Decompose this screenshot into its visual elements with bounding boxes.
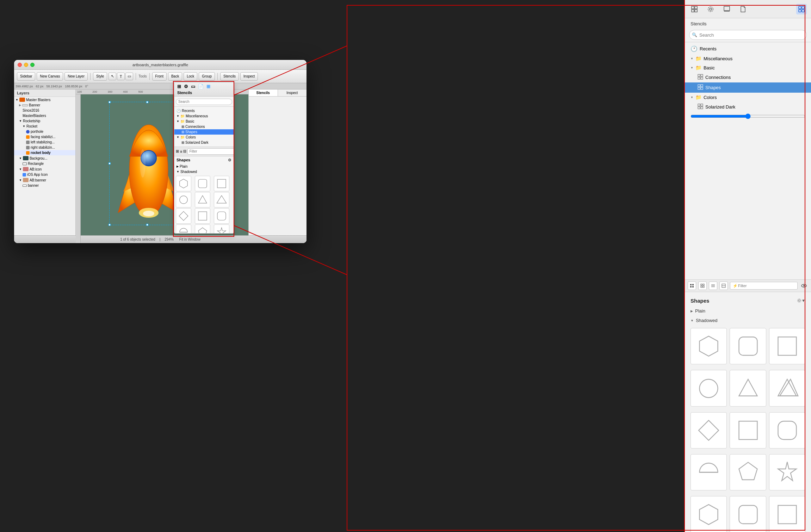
msp-item-colors[interactable]: ▼ 📁 Colors [685, 93, 811, 102]
isp-item-basic[interactable]: ▼ 📁 Basic [174, 119, 234, 124]
layer-porthole[interactable]: porthole [14, 129, 75, 134]
shape-star[interactable] [769, 454, 805, 490]
shape-half-circle[interactable] [691, 454, 727, 490]
filter-view-link[interactable] [719, 282, 728, 290]
shape-circle-1[interactable] [176, 192, 191, 208]
isp-plain-header[interactable]: ▶ Plain [174, 164, 234, 169]
shape-circle[interactable] [691, 370, 727, 406]
minimize-button[interactable] [24, 63, 28, 67]
layer-right-stabilizer[interactable]: right stabilizin... [14, 145, 75, 150]
msp-item-connections[interactable]: Connections [685, 72, 811, 82]
msp-tool-settings[interactable] [705, 4, 716, 14]
layer-banner[interactable]: ▶ Banner [14, 103, 75, 108]
filter-input[interactable] [730, 282, 798, 290]
shape-sharp-rect-2[interactable] [769, 496, 805, 532]
shape-triangle-1[interactable] [195, 192, 210, 208]
isp-tool-grid[interactable]: ⊞ [177, 84, 181, 89]
isp-item-connections[interactable]: ⊞ Connections [174, 124, 234, 129]
isp-search-input[interactable] [176, 99, 232, 105]
shape-sharp-rect-1[interactable] [769, 328, 805, 364]
tool-shape[interactable]: ▭ [125, 73, 133, 80]
isp-item-shapes[interactable]: ⊞ Shapes [174, 129, 234, 135]
shape-square[interactable] [730, 412, 766, 449]
plain-subsection-header[interactable]: ▶ Plain [685, 306, 811, 316]
shape-rrect-1[interactable] [195, 176, 210, 191]
shape-sq-1[interactable] [195, 208, 210, 224]
shape-pentagon[interactable] [730, 454, 766, 490]
shape-rounded-square[interactable] [769, 412, 805, 449]
shape-rsq-1[interactable] [214, 208, 229, 224]
msp-tool-canvas[interactable] [722, 4, 732, 14]
filter-view-thumb[interactable] [688, 282, 696, 290]
fit-window[interactable]: Fit in Window [179, 237, 200, 241]
shape-rtriangle-1[interactable] [214, 192, 229, 208]
layer-banner-item[interactable]: banner [14, 183, 75, 188]
layer-facing-stabilizer[interactable]: facing stabilizi... [14, 134, 75, 140]
layer-rocket-body[interactable]: rocket body [14, 150, 75, 155]
front-button[interactable]: Front [152, 72, 167, 81]
shape-diamond-1[interactable] [176, 208, 191, 224]
isp-shapes-settings[interactable]: ⚙ [228, 158, 231, 162]
isp-item-colors[interactable]: ▼ 📁 Colors [174, 135, 234, 140]
layer-ab-banner[interactable]: ▼ AB:banner [14, 177, 75, 183]
isp-item-miscellaneous[interactable]: ▼ 📁 Miscellaneous [174, 113, 234, 119]
shape-hexagon[interactable] [691, 328, 727, 364]
layer-rocketship[interactable]: ▼ Rocketship [14, 118, 75, 124]
shape-diamond[interactable] [691, 412, 727, 449]
shape-right-triangle[interactable] [769, 370, 805, 406]
msp-item-recents[interactable]: 🕐 Recents [685, 44, 811, 54]
msp-search-input[interactable] [689, 30, 807, 40]
shape-rounded-rect-1[interactable] [730, 328, 766, 364]
size-slider[interactable] [691, 113, 805, 119]
layer-rocket[interactable]: ▼ Rocket [14, 124, 75, 129]
maximize-button[interactable] [30, 63, 35, 67]
msp-item-solarized[interactable]: Solarized Dark [685, 102, 811, 112]
close-button[interactable] [18, 63, 22, 67]
isp-tool-settings[interactable]: ⚙ [184, 84, 188, 89]
msp-item-miscellaneous[interactable]: ▼ 📁 Miscellaneous [685, 54, 811, 63]
isp-tool-doc[interactable]: 📄 [198, 84, 204, 89]
shape-hexagon-2[interactable] [691, 496, 727, 532]
layer-since2016[interactable]: Since2016 [14, 108, 75, 113]
layer-ios-app-icon[interactable]: iOS App Icon [14, 172, 75, 177]
tab-inspect[interactable]: Inspect [278, 89, 307, 96]
shape-rounded-rect-2[interactable] [730, 496, 766, 532]
isp-item-recents[interactable]: 🕐 Recents [174, 108, 234, 113]
tool-text[interactable]: T [117, 73, 125, 80]
isp-filter-link-btn[interactable]: ⊟ [183, 149, 186, 154]
msp-item-basic[interactable]: ▼ 📁 Basic [685, 63, 811, 72]
back-button[interactable]: Back [168, 72, 182, 81]
layer-master-blasters[interactable]: ▼ Master Blasters [14, 97, 75, 103]
filter-view-grid[interactable] [698, 282, 707, 290]
style-button[interactable]: Style [93, 72, 107, 81]
isp-tool-active[interactable]: ⊞ [206, 84, 210, 89]
msp-tool-stencils[interactable] [796, 4, 807, 14]
isp-filter-list-btn[interactable]: ≡ [180, 149, 182, 154]
isp-filter-grid-btn[interactable]: ⊞ [176, 149, 179, 154]
shape-triangle[interactable] [730, 370, 766, 406]
layer-masterblasters[interactable]: MasterBlasters [14, 113, 75, 118]
msp-item-shapes[interactable]: Shapes [685, 82, 811, 93]
shape-rect-1[interactable] [214, 176, 229, 191]
tab-stencils[interactable]: Stencils [249, 89, 278, 96]
shape-half-1[interactable] [176, 224, 191, 234]
layer-rectangle[interactable]: Rectangle [14, 161, 75, 166]
msp-tool-doc[interactable] [738, 4, 748, 14]
isp-filter-input[interactable] [187, 148, 234, 155]
group-button[interactable]: Group [199, 72, 215, 81]
isp-tool-panel[interactable]: ▭ [191, 84, 195, 89]
shape-penta-1[interactable] [195, 224, 210, 234]
lock-button[interactable]: Lock [184, 72, 197, 81]
layer-ab-icon[interactable]: ▼ AB:icon [14, 166, 75, 172]
stencils-button[interactable]: Stencils [220, 72, 239, 81]
shape-star-1[interactable] [214, 224, 229, 234]
shapes-settings-btn[interactable]: ▼ [797, 296, 805, 305]
new-canvas-button[interactable]: New Canvas [37, 72, 63, 81]
isp-item-solarized[interactable]: ⊞ Solarized Dark [174, 140, 234, 145]
msp-tool-diagram[interactable] [689, 4, 700, 14]
filter-eye-button[interactable] [800, 282, 808, 290]
shape-hexagon-1[interactable] [176, 176, 191, 191]
layer-left-stabilizer[interactable]: left stabilizing... [14, 140, 75, 145]
inspect-button[interactable]: Inspect [240, 72, 258, 81]
shadowed-subsection-header[interactable]: ▼ Shadowed [685, 316, 811, 325]
